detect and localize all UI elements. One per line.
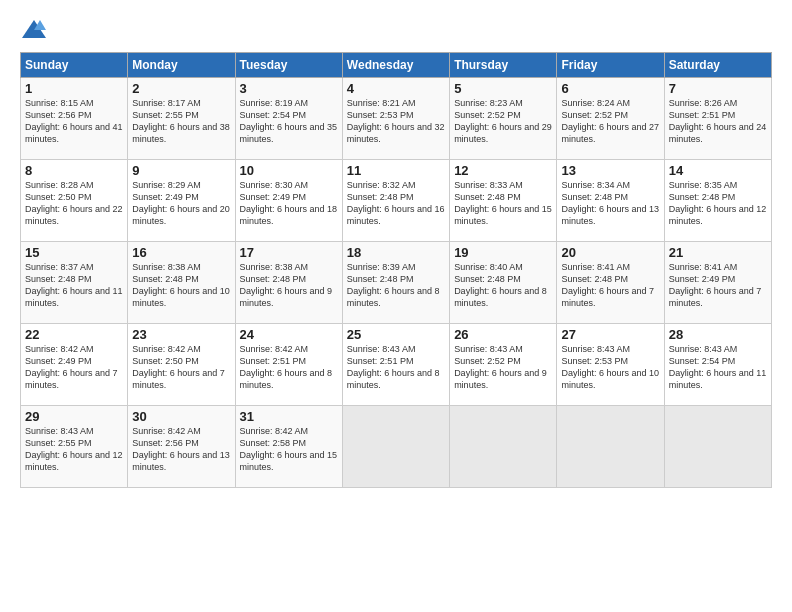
calendar-cell: 5 Sunrise: 8:23 AMSunset: 2:52 PMDayligh…	[450, 78, 557, 160]
weekday-header-thursday: Thursday	[450, 53, 557, 78]
day-number: 18	[347, 245, 445, 260]
day-number: 6	[561, 81, 659, 96]
day-number: 4	[347, 81, 445, 96]
day-info: Sunrise: 8:43 AMSunset: 2:54 PMDaylight:…	[669, 344, 767, 390]
calendar-cell: 8 Sunrise: 8:28 AMSunset: 2:50 PMDayligh…	[21, 160, 128, 242]
calendar-cell	[557, 406, 664, 488]
day-number: 26	[454, 327, 552, 342]
calendar-cell: 3 Sunrise: 8:19 AMSunset: 2:54 PMDayligh…	[235, 78, 342, 160]
calendar-cell: 14 Sunrise: 8:35 AMSunset: 2:48 PMDaylig…	[664, 160, 771, 242]
calendar-cell: 19 Sunrise: 8:40 AMSunset: 2:48 PMDaylig…	[450, 242, 557, 324]
day-info: Sunrise: 8:43 AMSunset: 2:53 PMDaylight:…	[561, 344, 659, 390]
day-info: Sunrise: 8:42 AMSunset: 2:51 PMDaylight:…	[240, 344, 333, 390]
weekday-header-friday: Friday	[557, 53, 664, 78]
day-number: 30	[132, 409, 230, 424]
calendar-cell: 2 Sunrise: 8:17 AMSunset: 2:55 PMDayligh…	[128, 78, 235, 160]
day-number: 3	[240, 81, 338, 96]
weekday-header-monday: Monday	[128, 53, 235, 78]
calendar-cell: 24 Sunrise: 8:42 AMSunset: 2:51 PMDaylig…	[235, 324, 342, 406]
weekday-header-saturday: Saturday	[664, 53, 771, 78]
calendar-cell	[342, 406, 449, 488]
day-number: 29	[25, 409, 123, 424]
calendar-cell: 12 Sunrise: 8:33 AMSunset: 2:48 PMDaylig…	[450, 160, 557, 242]
day-info: Sunrise: 8:24 AMSunset: 2:52 PMDaylight:…	[561, 98, 659, 144]
day-info: Sunrise: 8:32 AMSunset: 2:48 PMDaylight:…	[347, 180, 445, 226]
calendar-table: SundayMondayTuesdayWednesdayThursdayFrid…	[20, 52, 772, 488]
day-info: Sunrise: 8:43 AMSunset: 2:55 PMDaylight:…	[25, 426, 123, 472]
day-info: Sunrise: 8:42 AMSunset: 2:50 PMDaylight:…	[132, 344, 225, 390]
calendar-cell: 7 Sunrise: 8:26 AMSunset: 2:51 PMDayligh…	[664, 78, 771, 160]
calendar-cell: 16 Sunrise: 8:38 AMSunset: 2:48 PMDaylig…	[128, 242, 235, 324]
day-info: Sunrise: 8:42 AMSunset: 2:58 PMDaylight:…	[240, 426, 338, 472]
calendar-cell	[664, 406, 771, 488]
calendar-week-3: 15 Sunrise: 8:37 AMSunset: 2:48 PMDaylig…	[21, 242, 772, 324]
calendar-cell: 13 Sunrise: 8:34 AMSunset: 2:48 PMDaylig…	[557, 160, 664, 242]
weekday-header-wednesday: Wednesday	[342, 53, 449, 78]
day-info: Sunrise: 8:23 AMSunset: 2:52 PMDaylight:…	[454, 98, 552, 144]
calendar-cell: 6 Sunrise: 8:24 AMSunset: 2:52 PMDayligh…	[557, 78, 664, 160]
calendar-cell: 11 Sunrise: 8:32 AMSunset: 2:48 PMDaylig…	[342, 160, 449, 242]
day-info: Sunrise: 8:43 AMSunset: 2:51 PMDaylight:…	[347, 344, 440, 390]
day-number: 10	[240, 163, 338, 178]
day-info: Sunrise: 8:17 AMSunset: 2:55 PMDaylight:…	[132, 98, 230, 144]
logo-icon	[20, 16, 48, 44]
day-info: Sunrise: 8:42 AMSunset: 2:56 PMDaylight:…	[132, 426, 230, 472]
header	[20, 16, 772, 44]
day-number: 11	[347, 163, 445, 178]
day-number: 19	[454, 245, 552, 260]
calendar-cell: 18 Sunrise: 8:39 AMSunset: 2:48 PMDaylig…	[342, 242, 449, 324]
day-number: 22	[25, 327, 123, 342]
page: SundayMondayTuesdayWednesdayThursdayFrid…	[0, 0, 792, 612]
day-info: Sunrise: 8:34 AMSunset: 2:48 PMDaylight:…	[561, 180, 659, 226]
calendar-cell: 28 Sunrise: 8:43 AMSunset: 2:54 PMDaylig…	[664, 324, 771, 406]
weekday-header-row: SundayMondayTuesdayWednesdayThursdayFrid…	[21, 53, 772, 78]
day-number: 8	[25, 163, 123, 178]
calendar-cell: 4 Sunrise: 8:21 AMSunset: 2:53 PMDayligh…	[342, 78, 449, 160]
day-number: 17	[240, 245, 338, 260]
day-info: Sunrise: 8:26 AMSunset: 2:51 PMDaylight:…	[669, 98, 767, 144]
calendar-cell: 9 Sunrise: 8:29 AMSunset: 2:49 PMDayligh…	[128, 160, 235, 242]
day-info: Sunrise: 8:37 AMSunset: 2:48 PMDaylight:…	[25, 262, 123, 308]
day-info: Sunrise: 8:30 AMSunset: 2:49 PMDaylight:…	[240, 180, 338, 226]
day-number: 21	[669, 245, 767, 260]
calendar-week-4: 22 Sunrise: 8:42 AMSunset: 2:49 PMDaylig…	[21, 324, 772, 406]
calendar-week-1: 1 Sunrise: 8:15 AMSunset: 2:56 PMDayligh…	[21, 78, 772, 160]
day-number: 5	[454, 81, 552, 96]
day-info: Sunrise: 8:41 AMSunset: 2:48 PMDaylight:…	[561, 262, 654, 308]
day-number: 12	[454, 163, 552, 178]
day-number: 15	[25, 245, 123, 260]
calendar-cell: 10 Sunrise: 8:30 AMSunset: 2:49 PMDaylig…	[235, 160, 342, 242]
day-info: Sunrise: 8:41 AMSunset: 2:49 PMDaylight:…	[669, 262, 762, 308]
calendar-cell: 1 Sunrise: 8:15 AMSunset: 2:56 PMDayligh…	[21, 78, 128, 160]
calendar-cell: 21 Sunrise: 8:41 AMSunset: 2:49 PMDaylig…	[664, 242, 771, 324]
day-info: Sunrise: 8:21 AMSunset: 2:53 PMDaylight:…	[347, 98, 445, 144]
calendar-cell: 31 Sunrise: 8:42 AMSunset: 2:58 PMDaylig…	[235, 406, 342, 488]
calendar-cell: 22 Sunrise: 8:42 AMSunset: 2:49 PMDaylig…	[21, 324, 128, 406]
day-number: 24	[240, 327, 338, 342]
calendar-week-2: 8 Sunrise: 8:28 AMSunset: 2:50 PMDayligh…	[21, 160, 772, 242]
weekday-header-sunday: Sunday	[21, 53, 128, 78]
day-info: Sunrise: 8:15 AMSunset: 2:56 PMDaylight:…	[25, 98, 123, 144]
day-number: 23	[132, 327, 230, 342]
day-info: Sunrise: 8:35 AMSunset: 2:48 PMDaylight:…	[669, 180, 767, 226]
calendar-cell: 17 Sunrise: 8:38 AMSunset: 2:48 PMDaylig…	[235, 242, 342, 324]
logo	[20, 16, 52, 44]
calendar-cell: 29 Sunrise: 8:43 AMSunset: 2:55 PMDaylig…	[21, 406, 128, 488]
day-number: 25	[347, 327, 445, 342]
day-info: Sunrise: 8:33 AMSunset: 2:48 PMDaylight:…	[454, 180, 552, 226]
calendar-cell: 15 Sunrise: 8:37 AMSunset: 2:48 PMDaylig…	[21, 242, 128, 324]
day-number: 31	[240, 409, 338, 424]
calendar-week-5: 29 Sunrise: 8:43 AMSunset: 2:55 PMDaylig…	[21, 406, 772, 488]
calendar-cell: 23 Sunrise: 8:42 AMSunset: 2:50 PMDaylig…	[128, 324, 235, 406]
calendar-cell: 30 Sunrise: 8:42 AMSunset: 2:56 PMDaylig…	[128, 406, 235, 488]
day-number: 7	[669, 81, 767, 96]
calendar-cell: 26 Sunrise: 8:43 AMSunset: 2:52 PMDaylig…	[450, 324, 557, 406]
day-info: Sunrise: 8:38 AMSunset: 2:48 PMDaylight:…	[132, 262, 230, 308]
day-info: Sunrise: 8:42 AMSunset: 2:49 PMDaylight:…	[25, 344, 118, 390]
weekday-header-tuesday: Tuesday	[235, 53, 342, 78]
day-info: Sunrise: 8:40 AMSunset: 2:48 PMDaylight:…	[454, 262, 547, 308]
day-number: 9	[132, 163, 230, 178]
day-number: 27	[561, 327, 659, 342]
day-info: Sunrise: 8:19 AMSunset: 2:54 PMDaylight:…	[240, 98, 338, 144]
day-info: Sunrise: 8:43 AMSunset: 2:52 PMDaylight:…	[454, 344, 547, 390]
